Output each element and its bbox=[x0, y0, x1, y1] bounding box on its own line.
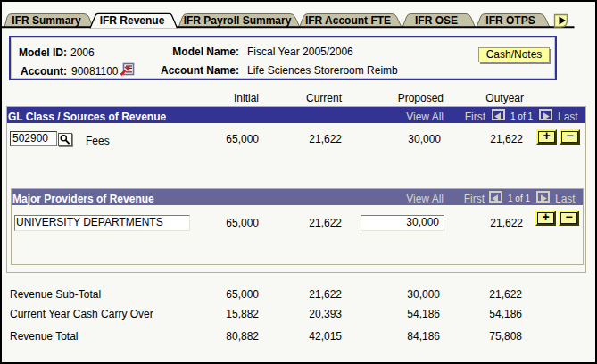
svg-text:IFR OTPS: IFR OTPS bbox=[485, 14, 535, 27]
svg-text:IFR Payroll Summary: IFR Payroll Summary bbox=[184, 14, 292, 27]
svg-text:IFR Account FTE: IFR Account FTE bbox=[305, 14, 391, 27]
svg-text:IFR OSE: IFR OSE bbox=[415, 14, 458, 27]
svg-text:IFR Revenue: IFR Revenue bbox=[100, 14, 165, 27]
svg-text:IFR Summary: IFR Summary bbox=[12, 14, 81, 27]
